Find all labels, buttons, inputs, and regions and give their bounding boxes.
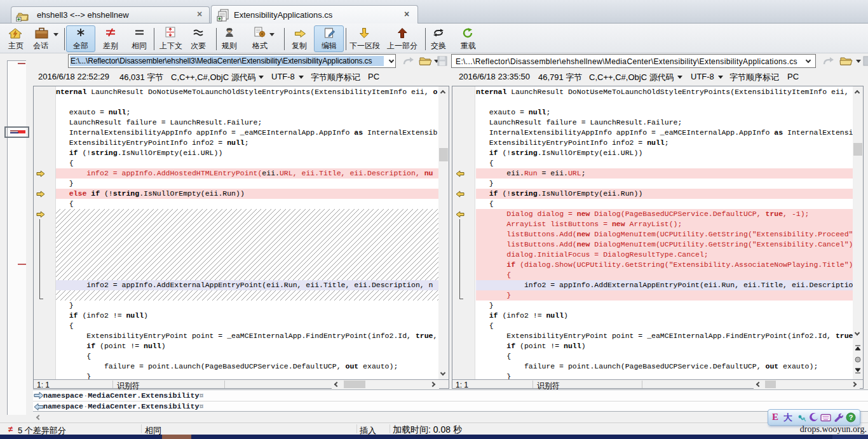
svg-text:?: ?: [849, 414, 853, 421]
